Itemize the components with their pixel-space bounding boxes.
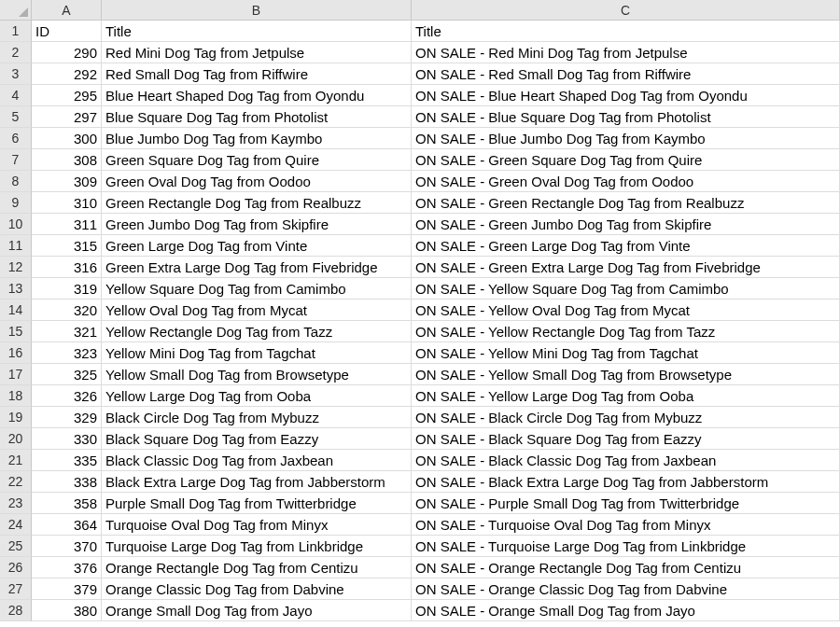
cell-title[interactable]: Purple Small Dog Tag from Twitterbridge	[102, 493, 412, 514]
row-header[interactable]: 7	[0, 149, 32, 171]
cell-sale-title[interactable]: ON SALE - Yellow Oval Dog Tag from Mycat	[412, 300, 840, 321]
cell-id[interactable]: 300	[32, 128, 102, 149]
row-header[interactable]: 24	[0, 514, 32, 536]
cell-id[interactable]: 297	[32, 106, 102, 128]
row-header[interactable]: 21	[0, 450, 32, 471]
cell-id[interactable]: 379	[32, 578, 102, 600]
cell-title[interactable]: Green Jumbo Dog Tag from Skipfire	[102, 214, 412, 235]
cell-sale-title[interactable]: ON SALE - Green Rectangle Dog Tag from R…	[412, 192, 840, 214]
column-header-b[interactable]: B	[102, 0, 412, 21]
cell-id[interactable]: 323	[32, 342, 102, 364]
cell-title[interactable]: Blue Jumbo Dog Tag from Kaymbo	[102, 128, 412, 149]
cell-sale-title[interactable]: ON SALE - Yellow Square Dog Tag from Cam…	[412, 278, 840, 300]
cell-title[interactable]: Turquoise Large Dog Tag from Linkbridge	[102, 536, 412, 557]
row-header[interactable]: 20	[0, 428, 32, 450]
cell-title[interactable]: Turquoise Oval Dog Tag from Minyx	[102, 514, 412, 536]
cell-title[interactable]: Yellow Square Dog Tag from Camimbo	[102, 278, 412, 300]
cell-title[interactable]: Green Square Dog Tag from Quire	[102, 149, 412, 171]
cell-sale-title[interactable]: ON SALE - Red Small Dog Tag from Riffwir…	[412, 63, 840, 85]
row-header[interactable]: 28	[0, 600, 32, 621]
cell-id[interactable]: 338	[32, 471, 102, 493]
row-header[interactable]: 6	[0, 128, 32, 149]
row-header[interactable]: 13	[0, 278, 32, 300]
cell-sale-title[interactable]: ON SALE - Green Jumbo Dog Tag from Skipf…	[412, 214, 840, 235]
cell-sale-title[interactable]: ON SALE - Turquoise Oval Dog Tag from Mi…	[412, 514, 840, 536]
cell-id[interactable]: 376	[32, 557, 102, 578]
cell-sale-title[interactable]: ON SALE - Orange Small Dog Tag from Jayo	[412, 600, 840, 621]
cell-id[interactable]: 321	[32, 321, 102, 342]
cell-id[interactable]: 292	[32, 63, 102, 85]
row-header[interactable]: 10	[0, 214, 32, 235]
cell-id[interactable]: 370	[32, 536, 102, 557]
cell-title[interactable]: Red Mini Dog Tag from Jetpulse	[102, 42, 412, 63]
row-header[interactable]: 16	[0, 342, 32, 364]
row-header[interactable]: 19	[0, 407, 32, 428]
cell-sale-title[interactable]: ON SALE - Green Oval Dog Tag from Oodoo	[412, 171, 840, 192]
cell-sale-title[interactable]: ON SALE - Blue Jumbo Dog Tag from Kaymbo	[412, 128, 840, 149]
cell-title[interactable]: Red Small Dog Tag from Riffwire	[102, 63, 412, 85]
cell-title[interactable]: Blue Heart Shaped Dog Tag from Oyondu	[102, 85, 412, 106]
cell-title[interactable]: Yellow Small Dog Tag from Browsetype	[102, 364, 412, 385]
cell-sale-title[interactable]: ON SALE - Yellow Mini Dog Tag from Tagch…	[412, 342, 840, 364]
cell-sale-title[interactable]: ON SALE - Purple Small Dog Tag from Twit…	[412, 493, 840, 514]
row-header[interactable]: 4	[0, 85, 32, 106]
column-header-a[interactable]: A	[32, 0, 102, 21]
cell-title[interactable]: Yellow Large Dog Tag from Ooba	[102, 385, 412, 407]
cell-id[interactable]: 290	[32, 42, 102, 63]
row-header[interactable]: 25	[0, 536, 32, 557]
cell-id[interactable]: 309	[32, 171, 102, 192]
row-header[interactable]: 9	[0, 192, 32, 214]
cell-id[interactable]: 358	[32, 493, 102, 514]
cell-sale-title[interactable]: ON SALE - Yellow Large Dog Tag from Ooba	[412, 385, 840, 407]
cell-title[interactable]: Black Classic Dog Tag from Jaxbean	[102, 450, 412, 471]
cell-sale-title[interactable]: ON SALE - Black Circle Dog Tag from Mybu…	[412, 407, 840, 428]
cell-title[interactable]: Black Extra Large Dog Tag from Jabbersto…	[102, 471, 412, 493]
cell-header-id[interactable]: ID	[32, 21, 102, 42]
cell-title[interactable]: Orange Classic Dog Tag from Dabvine	[102, 578, 412, 600]
cell-id[interactable]: 325	[32, 364, 102, 385]
cell-sale-title[interactable]: ON SALE - Yellow Small Dog Tag from Brow…	[412, 364, 840, 385]
row-header[interactable]: 27	[0, 578, 32, 600]
row-header[interactable]: 8	[0, 171, 32, 192]
cell-id[interactable]: 364	[32, 514, 102, 536]
cell-title[interactable]: Green Oval Dog Tag from Oodoo	[102, 171, 412, 192]
cell-sale-title[interactable]: ON SALE - Blue Square Dog Tag from Photo…	[412, 106, 840, 128]
cell-title[interactable]: Orange Small Dog Tag from Jayo	[102, 600, 412, 621]
row-header[interactable]: 18	[0, 385, 32, 407]
cell-id[interactable]: 326	[32, 385, 102, 407]
row-header[interactable]: 5	[0, 106, 32, 128]
row-header[interactable]: 14	[0, 300, 32, 321]
cell-sale-title[interactable]: ON SALE - Black Classic Dog Tag from Jax…	[412, 450, 840, 471]
cell-id[interactable]: 380	[32, 600, 102, 621]
cell-id[interactable]: 319	[32, 278, 102, 300]
cell-sale-title[interactable]: ON SALE - Black Square Dog Tag from Eazz…	[412, 428, 840, 450]
cell-title[interactable]: Yellow Mini Dog Tag from Tagchat	[102, 342, 412, 364]
cell-id[interactable]: 308	[32, 149, 102, 171]
cell-id[interactable]: 311	[32, 214, 102, 235]
cell-title[interactable]: Black Square Dog Tag from Eazzy	[102, 428, 412, 450]
cell-id[interactable]: 335	[32, 450, 102, 471]
cell-sale-title[interactable]: ON SALE - Green Square Dog Tag from Quir…	[412, 149, 840, 171]
cell-id[interactable]: 329	[32, 407, 102, 428]
cell-title[interactable]: Green Large Dog Tag from Vinte	[102, 235, 412, 257]
row-header[interactable]: 2	[0, 42, 32, 63]
cell-title[interactable]: Yellow Rectangle Dog Tag from Tazz	[102, 321, 412, 342]
cell-sale-title[interactable]: ON SALE - Black Extra Large Dog Tag from…	[412, 471, 840, 493]
cell-id[interactable]: 316	[32, 257, 102, 278]
cell-sale-title[interactable]: ON SALE - Green Extra Large Dog Tag from…	[412, 257, 840, 278]
cell-title[interactable]: Blue Square Dog Tag from Photolist	[102, 106, 412, 128]
cell-id[interactable]: 310	[32, 192, 102, 214]
row-header[interactable]: 11	[0, 235, 32, 257]
cell-header-title[interactable]: Title	[102, 21, 412, 42]
cell-sale-title[interactable]: ON SALE - Yellow Rectangle Dog Tag from …	[412, 321, 840, 342]
row-header[interactable]: 26	[0, 557, 32, 578]
cell-title[interactable]: Green Extra Large Dog Tag from Fivebridg…	[102, 257, 412, 278]
cell-sale-title[interactable]: ON SALE - Orange Classic Dog Tag from Da…	[412, 578, 840, 600]
row-header[interactable]: 15	[0, 321, 32, 342]
row-header[interactable]: 1	[0, 21, 32, 42]
row-header[interactable]: 23	[0, 493, 32, 514]
cell-title[interactable]: Yellow Oval Dog Tag from Mycat	[102, 300, 412, 321]
cell-id[interactable]: 330	[32, 428, 102, 450]
row-header[interactable]: 12	[0, 257, 32, 278]
row-header[interactable]: 17	[0, 364, 32, 385]
